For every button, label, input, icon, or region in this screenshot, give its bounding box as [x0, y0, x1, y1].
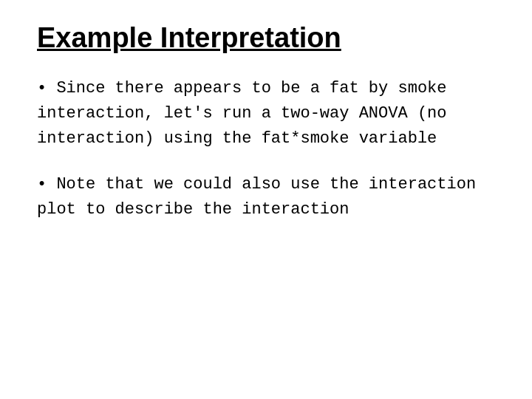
paragraph-1: • Since there appears to be a fat by smo… [37, 76, 495, 151]
paragraph-2: • Note that we could also use the intera… [37, 172, 495, 222]
page-title: Example Interpretation [37, 22, 495, 54]
content-area: • Since there appears to be a fat by smo… [37, 76, 495, 222]
page-container: Example Interpretation • Since there app… [0, 0, 532, 399]
